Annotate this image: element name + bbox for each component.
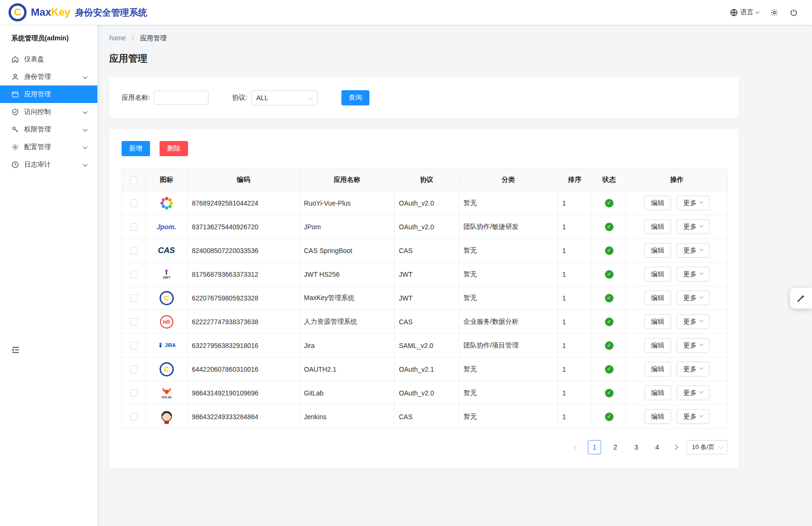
app-name: Jenkins xyxy=(300,405,395,429)
status-enabled-icon xyxy=(605,223,614,231)
sidebar-item-dashboard[interactable]: 仪表盘 xyxy=(0,50,97,68)
row-checkbox[interactable] xyxy=(130,318,138,326)
breadcrumb-separator: / xyxy=(132,34,134,42)
edit-button[interactable]: 编辑 xyxy=(644,409,671,424)
more-button[interactable]: 更多 xyxy=(677,243,709,258)
sidebar-item-identity[interactable]: 身份管理 xyxy=(0,68,97,85)
logout-icon[interactable] xyxy=(790,9,798,17)
add-button[interactable]: 新增 xyxy=(122,141,150,156)
brand-title: 身份安全管理系统 xyxy=(75,8,147,18)
breadcrumb: home / 应用管理 xyxy=(109,34,812,43)
next-page-button[interactable] xyxy=(671,443,679,451)
breadcrumb-home-link[interactable]: home xyxy=(109,34,126,42)
app-code: 876892492581044224 xyxy=(188,191,300,215)
edit-button[interactable]: 编辑 xyxy=(644,362,671,376)
delete-button[interactable]: 删除 xyxy=(160,141,188,156)
maxkey-icon: C xyxy=(160,360,174,379)
chevron-down-icon xyxy=(308,95,313,100)
app-sort: 1 xyxy=(558,239,592,263)
sidebar-item-label: 配置管理 xyxy=(24,143,51,151)
page-1[interactable]: 1 xyxy=(588,440,601,454)
sidebar-item-permissions[interactable]: 权限管理 xyxy=(0,121,97,138)
sidebar-item-label: 应用管理 xyxy=(24,90,51,99)
menu-fold-icon[interactable] xyxy=(11,346,20,354)
applications-table: 图标 编码 应用名称 协议 分类 排序 状态 操作 xyxy=(122,169,728,429)
page-4[interactable]: 4 xyxy=(651,440,664,454)
select-all-checkbox[interactable] xyxy=(130,177,138,184)
app-name-label: 应用名称: xyxy=(122,94,150,102)
status-enabled-icon xyxy=(605,389,614,397)
chevron-down-icon xyxy=(699,318,703,322)
pagination: 1 2 3 4 10 条/页 xyxy=(122,440,727,454)
chevron-right-icon xyxy=(672,444,678,450)
row-checkbox[interactable] xyxy=(130,342,138,349)
app-category: 团队协作/项目管理 xyxy=(459,334,558,357)
status-enabled-icon xyxy=(605,246,614,255)
edit-button[interactable]: 编辑 xyxy=(644,385,671,400)
more-button[interactable]: 更多 xyxy=(677,196,709,210)
gear-icon xyxy=(11,143,19,151)
edit-button[interactable]: 编辑 xyxy=(644,338,671,353)
edit-button[interactable]: 编辑 xyxy=(644,314,671,329)
chevron-down-icon xyxy=(83,74,88,79)
more-button-label: 更多 xyxy=(683,413,697,421)
app-name-input[interactable] xyxy=(154,91,208,105)
row-checkbox[interactable] xyxy=(130,389,138,397)
more-button[interactable]: 更多 xyxy=(677,291,709,305)
column-header-code: 编码 xyxy=(188,169,300,191)
row-checkbox[interactable] xyxy=(130,294,138,302)
more-button[interactable]: 更多 xyxy=(677,267,709,282)
jenkins-icon xyxy=(160,407,174,426)
current-user-label: 系统管理员(admin) xyxy=(0,25,97,50)
more-button[interactable]: 更多 xyxy=(677,314,709,329)
page-2[interactable]: 2 xyxy=(609,440,622,454)
more-button-label: 更多 xyxy=(683,294,697,302)
page-3[interactable]: 3 xyxy=(630,440,643,454)
protocol-select[interactable]: ALL xyxy=(251,90,318,105)
app-protocol: OAuth_v2.0 xyxy=(395,191,459,215)
app-code: 817568793663373312 xyxy=(188,263,300,286)
prev-page-button[interactable] xyxy=(573,443,580,451)
jwt-icon: JWT xyxy=(162,265,170,284)
app-code: 622227747938373638 xyxy=(188,310,300,334)
language-menu[interactable]: 语言 xyxy=(730,8,759,17)
edit-button[interactable]: 编辑 xyxy=(644,219,671,234)
status-enabled-icon xyxy=(605,270,614,279)
sidebar-item-audit[interactable]: 日志审计 xyxy=(0,156,97,173)
jpom-icon: Jpom. xyxy=(157,217,176,236)
search-button[interactable]: 查询 xyxy=(341,90,369,105)
sidebar-item-label: 身份管理 xyxy=(24,73,51,81)
app-protocol: CAS xyxy=(395,405,459,429)
edit-button[interactable]: 编辑 xyxy=(644,267,671,282)
sidebar-item-config[interactable]: 配置管理 xyxy=(0,138,97,156)
row-checkbox[interactable] xyxy=(130,247,138,254)
edit-button[interactable]: 编辑 xyxy=(644,196,671,210)
sidebar-item-access[interactable]: 访问控制 xyxy=(0,103,97,121)
sidebar-item-label: 权限管理 xyxy=(24,125,51,134)
more-button[interactable]: 更多 xyxy=(677,409,709,424)
more-button[interactable]: 更多 xyxy=(677,219,709,234)
page-size-select[interactable]: 10 条/页 xyxy=(687,440,727,454)
floating-tool-button[interactable] xyxy=(790,288,812,309)
row-checkbox[interactable] xyxy=(130,223,138,231)
row-checkbox[interactable] xyxy=(130,271,138,278)
row-checkbox[interactable] xyxy=(130,413,138,421)
chevron-down-icon xyxy=(83,144,88,149)
more-button[interactable]: 更多 xyxy=(677,362,709,376)
sidebar-item-apps[interactable]: 应用管理 xyxy=(0,85,97,103)
header-actions: 语言 xyxy=(730,8,798,17)
table-header-row: 图标 编码 应用名称 协议 分类 排序 状态 操作 xyxy=(122,169,728,191)
more-button[interactable]: 更多 xyxy=(677,385,709,400)
app-category: 暂无 xyxy=(459,405,558,429)
table-row: JWT 817568793663373312 JWT HS256 JWT 暂无 … xyxy=(122,263,728,286)
main-content: home / 应用管理 应用管理 应用名称: 协议: ALL 查询 新增 删除 xyxy=(97,25,812,469)
edit-button[interactable]: 编辑 xyxy=(644,243,671,258)
edit-button[interactable]: 编辑 xyxy=(644,291,671,305)
chevron-down-icon xyxy=(83,109,88,114)
row-checkbox[interactable] xyxy=(130,199,138,207)
more-button[interactable]: 更多 xyxy=(677,338,709,353)
language-label: 语言 xyxy=(740,8,754,17)
row-checkbox[interactable] xyxy=(130,366,138,373)
settings-gear-icon[interactable] xyxy=(770,9,778,17)
app-protocol: JWT xyxy=(395,286,459,310)
